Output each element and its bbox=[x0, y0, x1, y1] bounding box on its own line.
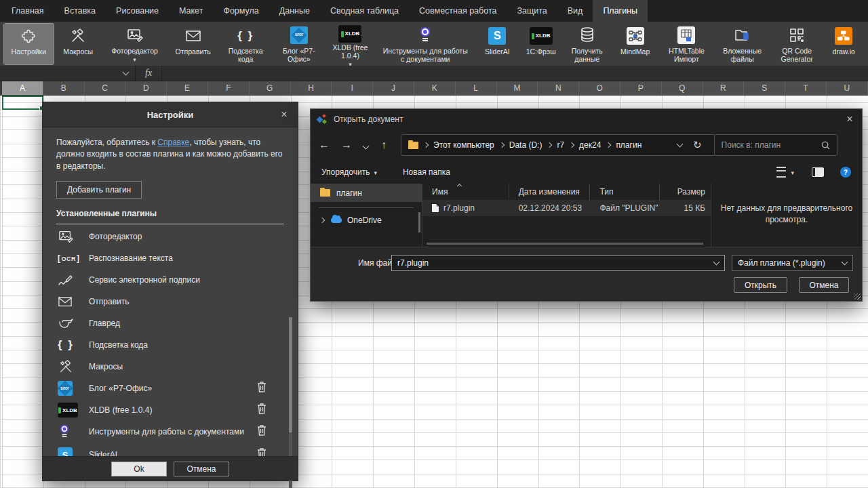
column-header[interactable]: D bbox=[125, 81, 167, 95]
close-icon[interactable] bbox=[843, 113, 856, 126]
preview-pane-button[interactable] bbox=[812, 167, 824, 177]
menu-tab[interactable]: Плагины bbox=[593, 0, 648, 22]
address-dropdown-icon[interactable] bbox=[677, 141, 684, 148]
get-data-button[interactable]: Получить данные bbox=[564, 24, 610, 64]
search-box[interactable]: Поиск в: плагин bbox=[714, 134, 837, 156]
qr-code-button[interactable]: QR Code Generator bbox=[772, 24, 823, 64]
view-mode-button[interactable] bbox=[776, 167, 794, 178]
column-header-date[interactable]: Дата изменения bbox=[509, 184, 591, 200]
menu-tab[interactable]: Рисование bbox=[106, 0, 169, 22]
refresh-icon[interactable] bbox=[693, 139, 702, 151]
code-highlight-button[interactable]: { } Подсветка кода bbox=[220, 24, 272, 64]
column-header[interactable]: R bbox=[703, 81, 745, 95]
menu-tab[interactable]: Макет bbox=[169, 0, 213, 22]
horizontal-scrollbar[interactable] bbox=[427, 243, 703, 245]
macros-button[interactable]: Макросы bbox=[56, 24, 101, 64]
plugin-row[interactable]: OCR Распознавание текста bbox=[56, 247, 284, 269]
column-header[interactable]: G bbox=[250, 81, 291, 95]
menu-tab[interactable]: Формула bbox=[213, 0, 269, 22]
plugin-row[interactable]: Сервис электронной подписи bbox=[56, 269, 284, 291]
delete-plugin-icon[interactable] bbox=[257, 425, 267, 439]
add-plugin-button[interactable]: Добавить плагин bbox=[56, 181, 142, 199]
delete-plugin-icon[interactable] bbox=[257, 382, 267, 395]
insert-function-button[interactable]: fx bbox=[136, 66, 162, 81]
delete-plugin-icon[interactable] bbox=[257, 403, 267, 417]
column-header[interactable]: F bbox=[208, 81, 250, 95]
formula-input[interactable] bbox=[162, 66, 868, 81]
htmltable-import-button[interactable]: HTMLTable Импорт bbox=[660, 24, 713, 64]
plugin-row[interactable]: Макросы bbox=[56, 356, 284, 378]
open-button[interactable]: Открыть bbox=[734, 277, 787, 293]
column-header[interactable]: L bbox=[456, 81, 497, 95]
drawio-button[interactable]: draw.io bbox=[824, 24, 863, 64]
new-folder-button[interactable]: Новая папка bbox=[403, 167, 450, 177]
settings-dialog-header[interactable]: Настройки bbox=[43, 102, 298, 127]
help-link[interactable]: Справке bbox=[157, 138, 189, 147]
menu-tab[interactable]: Вставка bbox=[54, 0, 106, 22]
column-header[interactable]: K bbox=[414, 81, 456, 95]
column-header[interactable]: N bbox=[538, 81, 579, 95]
forward-icon[interactable]: → bbox=[341, 139, 352, 151]
cell-name-box[interactable] bbox=[0, 66, 136, 81]
column-header[interactable]: B bbox=[43, 81, 85, 95]
column-header[interactable]: H bbox=[291, 81, 332, 95]
sidebar-item-folder[interactable]: плагин bbox=[311, 184, 422, 202]
attached-files-button[interactable]: Вложенные файлы bbox=[715, 24, 770, 64]
back-icon[interactable]: ← bbox=[319, 139, 330, 151]
breadcrumb-segment[interactable]: r7 bbox=[557, 140, 564, 150]
column-header[interactable]: J bbox=[373, 81, 414, 95]
recent-locations-icon[interactable] bbox=[363, 139, 368, 151]
breadcrumb-segment[interactable]: Data (D:) bbox=[509, 140, 542, 150]
sidebar-item-onedrive[interactable]: OneDrive bbox=[311, 211, 422, 229]
menu-tab[interactable]: Данные bbox=[269, 0, 320, 22]
plugin-row[interactable]: { } Подсветка кода bbox=[56, 334, 284, 356]
filename-input[interactable]: r7.plugin bbox=[391, 255, 725, 271]
help-button[interactable] bbox=[840, 167, 851, 178]
menu-tab[interactable]: Главная bbox=[1, 0, 54, 22]
photo-editor-button[interactable]: Фоторедактор bbox=[103, 24, 167, 64]
ok-button[interactable]: Ok bbox=[111, 462, 167, 476]
sidebar-scrollbar[interactable] bbox=[418, 212, 420, 232]
plugin-row[interactable]: Главред bbox=[56, 312, 284, 334]
plugin-row[interactable]: Инструменты для работы с документами bbox=[56, 421, 284, 443]
1c-fresh-button[interactable]: 1С:Фрэш bbox=[520, 24, 561, 64]
column-header[interactable]: E bbox=[167, 81, 208, 95]
menu-tab[interactable]: Сводная таблица bbox=[320, 0, 409, 22]
breadcrumb-segment[interactable]: плагин bbox=[616, 140, 642, 150]
column-header[interactable]: C bbox=[85, 81, 126, 95]
resize-grip[interactable] bbox=[854, 293, 861, 300]
menu-tab[interactable]: Совместная работа bbox=[409, 0, 507, 22]
cancel-button[interactable]: Отмена bbox=[799, 277, 849, 293]
mindmap-button[interactable]: MindMap bbox=[612, 24, 658, 64]
menu-tab[interactable]: Защита bbox=[507, 0, 557, 22]
selected-cell-a1[interactable] bbox=[2, 96, 43, 110]
menu-tab[interactable]: Вид bbox=[557, 0, 593, 22]
breadcrumb-segment[interactable]: Этот компьютер bbox=[433, 140, 494, 150]
file-row[interactable]: r7.plugin 02.12.2024 20:53 Файл "PLUGIN"… bbox=[422, 200, 711, 216]
column-header[interactable]: P bbox=[620, 81, 662, 95]
column-header[interactable]: A bbox=[2, 81, 43, 95]
column-header[interactable]: U bbox=[827, 81, 868, 95]
address-bar[interactable]: Этот компьютер Data (D:) r7 дек24 плагин bbox=[401, 134, 715, 156]
plugin-row[interactable]: Блог «Р7-Офис» bbox=[56, 378, 284, 399]
column-header[interactable]: S bbox=[744, 81, 785, 95]
settings-button[interactable]: Настройки bbox=[4, 24, 54, 64]
column-header[interactable]: I bbox=[332, 81, 373, 95]
organize-menu[interactable]: Упорядочить bbox=[321, 167, 377, 177]
column-header[interactable]: Q bbox=[662, 81, 703, 95]
doc-tools-button[interactable]: Инструменты для работы с документами bbox=[376, 24, 475, 64]
up-icon[interactable]: ↑ bbox=[381, 139, 387, 151]
send-button[interactable]: Отправить bbox=[168, 24, 218, 64]
scrollbar-thumb[interactable] bbox=[289, 317, 292, 432]
xldb-button[interactable]: XLDB (free 1.0.4) bbox=[326, 24, 374, 64]
filetype-select[interactable]: Файл плагина (*.plugin) bbox=[732, 255, 853, 271]
sliderai-button[interactable]: SliderAI bbox=[477, 24, 518, 64]
plugin-row[interactable]: Фоторедактор bbox=[56, 226, 284, 247]
column-header[interactable]: M bbox=[497, 81, 538, 95]
breadcrumb-segment[interactable]: дек24 bbox=[579, 140, 601, 150]
plugin-row[interactable]: XLDB (free 1.0.4) bbox=[56, 399, 284, 421]
cancel-button[interactable]: Отмена bbox=[174, 462, 229, 476]
column-header-name[interactable]: Имя bbox=[422, 184, 509, 200]
column-header[interactable]: T bbox=[785, 81, 827, 95]
close-icon[interactable] bbox=[277, 108, 291, 121]
